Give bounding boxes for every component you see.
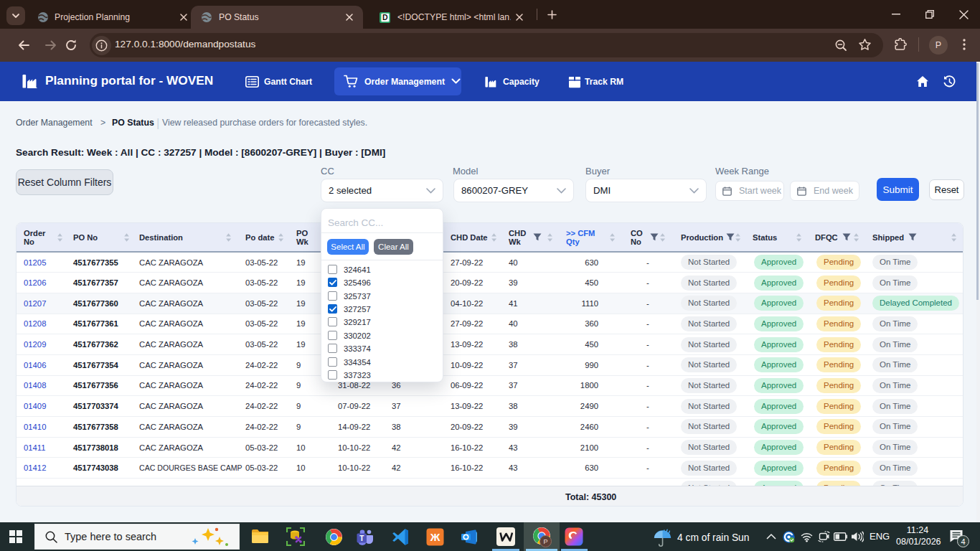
svg-text:T: T <box>359 534 364 542</box>
svg-text:Ж: Ж <box>430 531 440 543</box>
svg-text:D: D <box>382 13 388 22</box>
